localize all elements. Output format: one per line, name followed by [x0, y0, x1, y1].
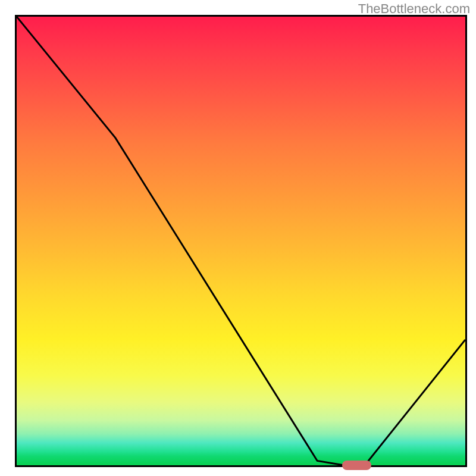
watermark-text: TheBottleneck.com — [358, 1, 470, 17]
chart-container: TheBottleneck.com — [0, 0, 476, 476]
bottleneck-curve — [17, 17, 465, 465]
plot-area — [15, 15, 467, 467]
curve-layer — [17, 17, 465, 465]
optimal-marker — [342, 461, 371, 470]
